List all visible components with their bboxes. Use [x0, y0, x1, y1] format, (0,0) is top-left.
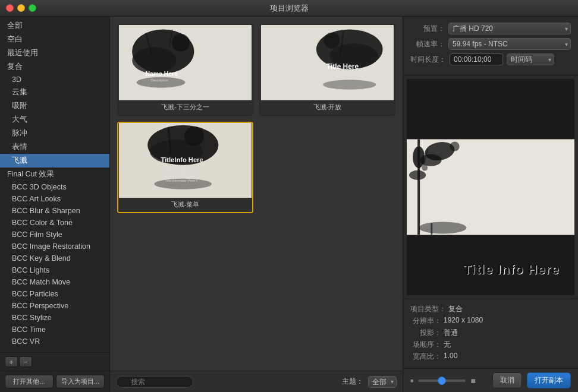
preview-area: Title Info Here: [407, 79, 574, 295]
search-input[interactable]: [116, 376, 193, 388]
sidebar: 全部空白最近使用复合3D云集吸附大气脉冲表情飞溅Final Cut 效果BCC …: [0, 17, 110, 392]
field-value: 无: [444, 340, 451, 350]
svg-point-34: [450, 141, 460, 151]
zoom-in-icon: ■: [470, 376, 475, 385]
info-projection-row: 投影： 普通: [410, 328, 571, 338]
sidebar-item-bccimage[interactable]: BCC Image Restoration: [0, 241, 109, 252]
sidebar-item-absorb[interactable]: 吸附: [0, 99, 109, 113]
svg-rect-38: [431, 223, 432, 235]
remove-category-button[interactable]: −: [19, 356, 32, 367]
svg-point-12: [324, 33, 340, 49]
sidebar-item-fcp[interactable]: Final Cut 效果: [0, 167, 109, 181]
open-other-button[interactable]: 打开其他...: [5, 375, 54, 388]
sidebar-footer: 打开其他... 导入为项目...: [0, 371, 109, 392]
thumb-image-split: Name Here Description: [118, 25, 252, 100]
svg-text:Title Information Here 3: Title Information Here 3: [165, 174, 197, 178]
svg-point-33: [420, 154, 441, 166]
right-panel: 预置： 广播 HD 720 帧速率： 59.94 fps - NTSC: [403, 17, 578, 392]
sidebar-item-bcctime[interactable]: BCC Time: [0, 324, 109, 336]
sidebar-item-bccblur[interactable]: BCC Blur & Sharpen: [0, 205, 109, 217]
svg-point-3: [172, 34, 190, 52]
thumb-label-split: 飞溅-下三分之一: [118, 100, 252, 115]
type-value: 复合: [448, 304, 463, 314]
sidebar-item-bcc3d[interactable]: BCC 3D Objects: [0, 181, 109, 193]
sidebar-item-feixi[interactable]: 飞溅: [0, 154, 109, 167]
svg-point-31: [409, 170, 426, 180]
timecode-select[interactable]: 时间码: [507, 53, 554, 65]
sidebar-item-bccart[interactable]: BCC Art Looks: [0, 193, 109, 205]
sidebar-item-bccfilm[interactable]: BCC Film Style: [0, 229, 109, 241]
thumb-label-menu: 飞溅-菜单: [118, 198, 252, 212]
preset-select[interactable]: 广播 HD 720: [448, 23, 571, 34]
zoom-out-icon: ■: [410, 378, 413, 384]
svg-text:Description: Description: [150, 78, 168, 82]
theme-select-wrap: 全部: [368, 376, 397, 388]
duration-label: 时间长度：: [410, 55, 446, 65]
projection-value: 普通: [444, 328, 458, 338]
sidebar-item-expression[interactable]: 表情: [0, 140, 109, 154]
theme-select[interactable]: 全部: [368, 376, 397, 388]
search-wrap: 🔍: [116, 376, 193, 388]
open-copy-button[interactable]: 打开副本: [527, 372, 571, 388]
sidebar-item-all[interactable]: 全部: [0, 19, 109, 33]
add-category-button[interactable]: +: [5, 356, 18, 367]
settings-panel: 预置： 广播 HD 720 帧速率： 59.94 fps - NTSC: [403, 17, 578, 75]
preset-select-wrap: 广播 HD 720: [448, 23, 571, 34]
fps-row: 帧速率： 59.94 fps - NTSC: [410, 38, 571, 50]
template-card-open[interactable]: Title Here Subtitle 飞溅-开放: [259, 24, 395, 116]
zoom-controls: ■ ■: [410, 376, 476, 385]
sidebar-item-bccperspective[interactable]: BCC Perspective: [0, 300, 109, 312]
sidebar-item-recent[interactable]: 最近使用: [0, 46, 109, 60]
fps-select-wrap: 59.94 fps - NTSC: [448, 38, 571, 50]
info-field-row: 场顺序： 无: [410, 340, 571, 350]
thumb-image-open: Title Here Subtitle: [260, 25, 394, 100]
sidebar-item-blank[interactable]: 空白: [0, 33, 109, 46]
sidebar-item-bccvr[interactable]: BCC VR: [0, 336, 109, 347]
center-bottom-bar: 🔍 主题： 全部: [110, 371, 403, 392]
sidebar-item-pulse[interactable]: 脉冲: [0, 127, 109, 140]
preset-label: 预置：: [410, 24, 445, 34]
info-panel: 项目类型： 复合 分辨率： 1920 x 1080 投影： 普通 场顺序： 无 …: [403, 299, 578, 368]
sidebar-item-cloud[interactable]: 云集: [0, 86, 109, 99]
fps-select[interactable]: 59.94 fps - NTSC: [448, 38, 571, 50]
minimize-button[interactable]: [17, 4, 25, 12]
footer-bar: ■ ■ 取消 打开副本: [403, 368, 578, 392]
resolution-value: 1920 x 1080: [444, 316, 483, 326]
close-button[interactable]: [6, 4, 14, 12]
svg-point-14: [323, 80, 376, 89]
sidebar-item-atmosphere[interactable]: 大气: [0, 113, 109, 127]
sidebar-item-bccparticles[interactable]: BCC Particles: [0, 288, 109, 300]
template-card-split[interactable]: Name Here Description 飞溅-下三分之一: [117, 24, 253, 116]
action-buttons: 取消 打开副本: [492, 372, 571, 388]
timecode-wrap: 时间码: [450, 53, 554, 65]
info-type-row: 项目类型： 复合: [410, 304, 571, 314]
maximize-button[interactable]: [29, 4, 36, 12]
template-grid: Name Here Description 飞溅-下三分之一 Title Her…: [110, 17, 403, 371]
sidebar-item-bcckey[interactable]: BCC Key & Blend: [0, 252, 109, 264]
sidebar-item-3d[interactable]: 3D: [0, 74, 109, 86]
theme-label: 主题：: [342, 377, 363, 387]
center-panel: Name Here Description 飞溅-下三分之一 Title Her…: [110, 17, 403, 392]
window-controls: [6, 4, 36, 12]
sidebar-item-composite[interactable]: 复合: [0, 60, 109, 74]
sidebar-item-bcclights[interactable]: BCC Lights: [0, 264, 109, 276]
zoom-thumb[interactable]: [438, 377, 446, 385]
template-card-menu[interactable]: TitleInfo Here Title Information Here 1 …: [117, 122, 253, 214]
thumb-image-menu: TitleInfo Here Title Information Here 1 …: [118, 123, 252, 198]
svg-point-35: [422, 165, 428, 171]
cancel-button[interactable]: 取消: [492, 372, 522, 388]
aspect-label: 宽高比：: [410, 352, 441, 362]
projection-label: 投影：: [410, 328, 441, 338]
sidebar-item-bcccolor[interactable]: BCC Color & Tone: [0, 217, 109, 229]
thumb-label-open: 飞溅-开放: [260, 100, 394, 115]
import-button[interactable]: 导入为项目...: [56, 375, 105, 388]
titlebar: 项目浏览器: [0, 0, 578, 17]
svg-point-2: [132, 47, 176, 74]
duration-input[interactable]: [450, 53, 503, 65]
sidebar-item-bccmatch[interactable]: BCC Match Move: [0, 276, 109, 288]
fps-control: 59.94 fps - NTSC: [448, 38, 571, 50]
zoom-slider[interactable]: [418, 380, 466, 382]
svg-text:TitleInfo Here: TitleInfo Here: [161, 156, 203, 163]
sidebar-item-bccstylize[interactable]: BCC Stylize: [0, 312, 109, 324]
fps-label: 帧速率：: [410, 39, 445, 49]
